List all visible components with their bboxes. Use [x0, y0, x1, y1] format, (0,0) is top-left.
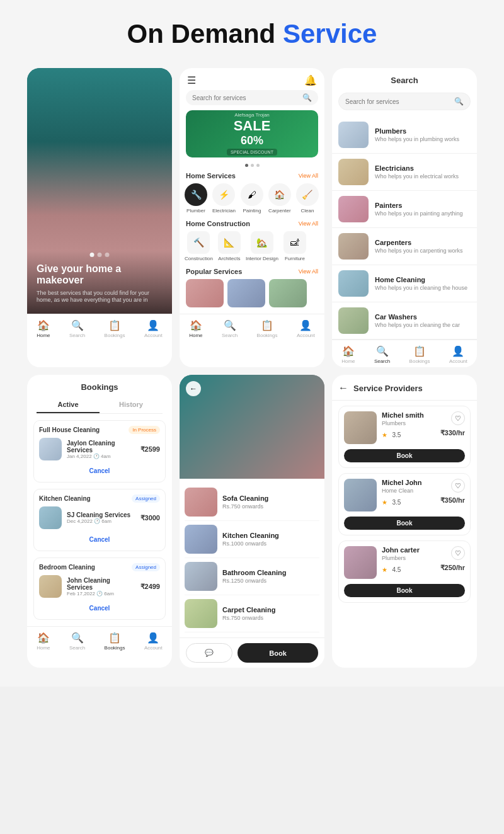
- nav-bookings-1[interactable]: 📋 Bookings: [105, 319, 125, 338]
- search-panel-title: Search: [332, 68, 477, 93]
- bathroom-price: Rs.1250 onwards: [222, 578, 286, 584]
- kitchen-price: Rs.1000 onwards: [222, 540, 279, 547]
- cancel-btn-2[interactable]: Cancel: [39, 534, 160, 546]
- nav-bookings-3[interactable]: 📋 Bookings: [410, 345, 430, 364]
- nav-account-4[interactable]: 👤 Account: [144, 632, 163, 651]
- book-btn-2[interactable]: Book: [344, 517, 465, 530]
- book-button-detail[interactable]: Book: [238, 643, 318, 663]
- search-label-3: Search: [374, 358, 390, 364]
- tab-history[interactable]: History: [100, 397, 163, 413]
- popular-thumb-2[interactable]: [227, 279, 265, 307]
- panel-services: ☰ 🔔 🔍 Alefsaga Trojan SALE 60% SPECIAL D…: [180, 68, 324, 367]
- bell-icon[interactable]: 🔔: [304, 74, 317, 86]
- search-input-3[interactable]: [345, 98, 454, 105]
- construction-header: Home Construction View All: [180, 220, 324, 231]
- nav-home-1[interactable]: 🏠 Home: [37, 319, 50, 338]
- cleaning-kitchen[interactable]: Kitchen Cleaning Rs.1000 onwards: [185, 521, 319, 558]
- favorite-btn-2[interactable]: ♡: [451, 479, 465, 493]
- hamburger-icon[interactable]: ☰: [187, 74, 196, 86]
- service-item-painter[interactable]: Painters Who helps you in painting anyth…: [332, 191, 477, 228]
- popular-header: Popular Services View All: [180, 268, 324, 279]
- title-blue: Service: [283, 19, 377, 49]
- booking-header-1: Full House Cleaning In Process: [39, 426, 160, 434]
- book-btn-3[interactable]: Book: [344, 584, 465, 597]
- nav-search-1[interactable]: 🔍 Search: [69, 319, 85, 338]
- nav-bookings-4[interactable]: 📋 Bookings: [105, 632, 125, 651]
- home-services-header: Home Services View All: [180, 172, 324, 183]
- account-label-1: Account: [144, 333, 163, 338]
- sofa-info: Sofa Cleaning Rs.750 onwards: [222, 494, 268, 510]
- search-input-2[interactable]: [192, 94, 302, 101]
- service-item-carwash[interactable]: Car Washers Who helps you in cleaning th…: [332, 302, 477, 340]
- popular-thumb-1[interactable]: [186, 279, 224, 307]
- painter-name: Painters: [375, 202, 463, 209]
- nav-account-1[interactable]: 👤 Account: [144, 319, 163, 338]
- account-icon-3: 👤: [452, 345, 464, 357]
- banner-dot-2: [251, 164, 254, 167]
- service-painting[interactable]: 🖌 Painting: [241, 183, 263, 214]
- providers-back-btn[interactable]: ←: [338, 382, 348, 394]
- bookings-icon-1: 📋: [108, 319, 121, 331]
- service-carpenter[interactable]: 🏠 Carpenter: [268, 183, 291, 214]
- cleaning-bathroom[interactable]: Bathroom Cleaning Rs.1250 onwards: [185, 558, 319, 595]
- booking-price-1: ₹2599: [140, 445, 160, 454]
- stars-3: ★: [382, 566, 387, 573]
- construction-view-all[interactable]: View All: [299, 220, 318, 227]
- panels-row-1: Give your home a makeover The best servi…: [13, 68, 491, 367]
- booking-price-2: ₹3000: [140, 514, 160, 522]
- nav-home-3[interactable]: 🏠 Home: [341, 345, 355, 364]
- cancel-btn-3[interactable]: Cancel: [39, 602, 160, 614]
- nav-bookings-2[interactable]: 📋 Bookings: [257, 319, 278, 338]
- home-services-view-all[interactable]: View All: [299, 173, 318, 179]
- service-item-plumber[interactable]: Plumbers Who helps you in plumbing works: [332, 117, 477, 154]
- booking-info-1: Jaylon Cleaning Services Jan 4,2022 🕐 4a…: [67, 440, 135, 459]
- favorite-btn-3[interactable]: ♡: [451, 546, 465, 560]
- plumber-thumb: [338, 122, 369, 148]
- provider-rating-1: ★ 3.5: [382, 428, 424, 440]
- painting-icon: 🖌: [241, 183, 263, 206]
- nav-home-4[interactable]: 🏠 Home: [37, 632, 50, 651]
- cleaning-carpet[interactable]: Carpet Cleaning Rs.750 onwards: [185, 595, 319, 632]
- service-plumber[interactable]: 🔧 Plumber: [185, 183, 207, 214]
- provider-card-3: John carter Plumbers ★ 4.5 ♡ ₹250/hr Boo…: [338, 540, 471, 603]
- favorite-btn-1[interactable]: ♡: [451, 411, 465, 425]
- nav-account-2[interactable]: 👤 Account: [297, 319, 315, 338]
- service-clean[interactable]: 🧹 Clean: [296, 183, 319, 214]
- booking-service-row-3: John Cleaning Services Feb 17,2022 🕐 6am…: [39, 575, 160, 598]
- nav-search-4[interactable]: 🔍 Search: [69, 632, 85, 651]
- nav-account-3[interactable]: 👤 Account: [449, 345, 467, 364]
- service-item-electrician[interactable]: Electricians Who helps you in electrical…: [332, 154, 477, 191]
- booking-type-2: Kitchen Cleaning: [39, 495, 91, 502]
- homeclean-info: Home Cleaning Who helps you in cleaning …: [375, 276, 467, 291]
- booking-thumb-2: [39, 506, 62, 529]
- home-icon-4: 🏠: [37, 632, 50, 644]
- service-item-carpenter[interactable]: Carpenters Who helps you in carpenting w…: [332, 228, 477, 265]
- rating-1: 3.5: [392, 431, 401, 438]
- nav-home-2[interactable]: 🏠 Home: [189, 319, 202, 338]
- nav-search-3[interactable]: 🔍 Search: [374, 345, 390, 364]
- provider-rating-2: ★ 3.5: [382, 496, 422, 507]
- construction-icon: 🔨: [187, 231, 210, 254]
- service-architects[interactable]: 📐 Architects: [218, 231, 241, 261]
- kitchen-name: Kitchen Cleaning: [222, 532, 279, 539]
- popular-thumb-3[interactable]: [269, 279, 307, 307]
- popular-view-all[interactable]: View All: [299, 268, 318, 275]
- service-furniture[interactable]: 🛋 Furniture: [284, 231, 306, 261]
- construction-title: Home Construction: [186, 220, 250, 227]
- nav-search-2[interactable]: 🔍 Search: [222, 319, 238, 338]
- detail-back-btn[interactable]: ←: [186, 381, 201, 396]
- cancel-btn-1[interactable]: Cancel: [39, 465, 160, 477]
- tab-active[interactable]: Active: [37, 397, 100, 413]
- search-btn-2[interactable]: 🔍: [302, 93, 312, 102]
- service-item-homeclean[interactable]: Home Cleaning Who helps you in cleaning …: [332, 265, 477, 302]
- bookings-icon-2: 📋: [261, 319, 273, 331]
- service-electrician[interactable]: ⚡ Electrician: [212, 183, 236, 214]
- carpet-price: Rs.750 onwards: [222, 615, 275, 621]
- service-interior[interactable]: 🏡 Interior Design: [246, 231, 278, 261]
- chat-button[interactable]: 💬: [186, 643, 232, 663]
- provider-photo-3: [344, 546, 377, 579]
- book-btn-1[interactable]: Book: [344, 449, 465, 462]
- service-construction[interactable]: 🔨 Construction: [185, 231, 213, 261]
- cleaning-sofa[interactable]: Sofa Cleaning Rs.750 onwards: [185, 484, 319, 521]
- booking-info-3: John Cleaning Services Feb 17,2022 🕐 6am: [67, 577, 135, 597]
